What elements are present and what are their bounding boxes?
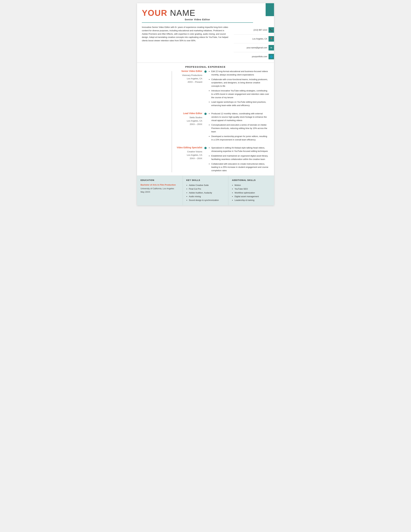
add-skill-2: YouTube SEO [234, 187, 271, 191]
contact-column: (213) 987-1213 📞 Los Angeles, CA 📍 your.… [234, 26, 274, 61]
bullet-1-2: Collaborate with cross-functional teams,… [211, 78, 269, 88]
job-company-3: Creative Visions Los Angeles, CA 20XX – … [174, 150, 202, 160]
email-item: your.name@gmail.com ✉ [234, 43, 274, 52]
job-bullets-1: Edit 22 long-format educational and busi… [206, 70, 269, 107]
key-skills-column: KEY SKILLS Adobe Creative Suite Final Cu… [183, 176, 229, 205]
education-column: EDUCATION Bachelor of Arts in Film Produ… [137, 176, 183, 205]
job-row-2: Lead Video Editor Stella Studios Los Ang… [174, 112, 269, 141]
website-text: yourportfolio.com [252, 56, 267, 58]
website-icon-box: 🌐 [269, 54, 274, 59]
job-row-1: Senior Video Editor Visionary Production… [174, 70, 269, 107]
bullet-3-3: Collaborated with educators to create in… [211, 162, 269, 172]
bullet-2-1: Produced 12 monthly videos, coordinating… [211, 112, 269, 122]
location-icon-box: 📍 [269, 36, 274, 42]
bio-contact-section: Innovative Senior Video Editor with 6+ y… [137, 23, 274, 63]
job-title-1: Senior Video Editor [174, 70, 202, 72]
bullet-2-2: Conceptualized and executed a series of … [211, 123, 269, 133]
timeline-dot-1 [204, 70, 207, 73]
name-display: YOUR NAME [142, 8, 253, 18]
add-skill-5: Leadership & training [234, 198, 271, 202]
key-skill-3: Adobe Audition, Audacity [189, 191, 225, 195]
bullet-1-1: Edit 22 long-format educational and busi… [211, 70, 269, 76]
name-rest: NAME [167, 8, 196, 18]
email-icon: ✉ [270, 47, 272, 49]
timeline-dot-2 [204, 113, 207, 115]
header-section: YOUR NAME Senior Video Editor [137, 3, 274, 23]
job-row-3: Video Editing Specialist Creative Vision… [174, 146, 269, 172]
job-title-3: Video Editing Specialist [174, 146, 202, 149]
phone-icon: 📞 [270, 29, 273, 31]
phone-text: (213) 987-1213 [253, 29, 267, 31]
bullet-3-1: Specialized in editing Ali Abdaal-style … [211, 146, 269, 153]
header-divider [142, 22, 253, 23]
name-your: YOUR [142, 8, 167, 18]
job-bullets-2: Produced 12 monthly videos, coordinating… [206, 112, 269, 141]
education-degree: Bachelor of Arts in Film Production [140, 183, 179, 187]
key-skill-1: Adobe Creative Suite [189, 183, 225, 187]
add-skill-3: Workflow optimization [234, 191, 271, 195]
education-section-title: EDUCATION [140, 179, 179, 181]
job-left-3: Video Editing Specialist Creative Vision… [174, 146, 206, 172]
job-company-2: Stella Studios Los Angeles, CA 20XX – 20… [174, 116, 202, 126]
job-title-header: Senior Video Editor [142, 18, 253, 21]
key-skills-list: Adobe Creative Suite Final Cut Pro Adobe… [186, 183, 225, 202]
timeline-line [172, 71, 172, 172]
bullet-list-1: Edit 22 long-format educational and busi… [208, 70, 269, 107]
education-school: University of California, Los Angeles [140, 187, 179, 190]
key-skill-5: Sound design & synchronization [189, 198, 225, 202]
resume-document: YOUR NAME Senior Video Editor Innovative… [137, 3, 274, 205]
job-left-1: Senior Video Editor Visionary Production… [174, 70, 206, 107]
key-skill-2: Final Cut Pro [189, 187, 225, 191]
additional-skills-title: ADDITIONAL SKILLS [232, 179, 271, 181]
job-left-2: Lead Video Editor Stella Studios Los Ang… [174, 112, 206, 141]
bio-text: Innovative Senior Video Editor with 6+ y… [142, 26, 234, 61]
bullet-1-3: Introduce innovative YouTube editing str… [211, 89, 269, 99]
additional-skills-column: ADDITIONAL SKILLS Motion YouTube SEO Wor… [228, 176, 274, 205]
experience-section-title: PROFESSIONAL EXPERIENCE [137, 63, 274, 70]
education-date: May 20XX [140, 190, 179, 194]
job-company-1: Visionary Productions Los Angeles, CA 20… [174, 74, 202, 84]
bottom-section: EDUCATION Bachelor of Arts in Film Produ… [137, 176, 274, 205]
location-text: Los Angeles, CA [252, 38, 267, 40]
website-item: yourportfolio.com 🌐 [234, 52, 274, 61]
bullet-2-3: Developed a mentorship program for junio… [211, 135, 269, 142]
add-skill-1: Motion [234, 183, 271, 187]
bullet-list-3: Specialized in editing Ali Abdaal-style … [208, 146, 269, 172]
website-icon: 🌐 [270, 55, 273, 58]
phone-item: (213) 987-1213 📞 [234, 26, 274, 35]
experience-left-column [142, 70, 174, 172]
bullet-list-2: Produced 12 monthly videos, coordinating… [208, 112, 269, 141]
key-skills-title: KEY SKILLS [186, 179, 225, 181]
additional-skills-list: Motion YouTube SEO Workflow optimization… [232, 183, 271, 202]
email-icon-box: ✉ [269, 45, 274, 50]
experience-area: Senior Video Editor Visionary Production… [137, 70, 274, 176]
key-skill-4: Audio mixing [189, 195, 225, 198]
phone-icon-box: 📞 [269, 27, 274, 33]
location-item: Los Angeles, CA 📍 [234, 35, 274, 43]
email-text: your.name@gmail.com [247, 47, 267, 49]
add-skill-4: Digital asset management [234, 195, 271, 198]
bullet-1-4: Lead regular workshops on YouTube editin… [211, 100, 269, 107]
job-title-2: Lead Video Editor [174, 112, 202, 115]
job-bullets-3: Specialized in editing Ali Abdaal-style … [206, 146, 269, 172]
bullet-3-2: Established and maintained an organized … [211, 154, 269, 161]
location-icon: 📍 [270, 38, 273, 40]
